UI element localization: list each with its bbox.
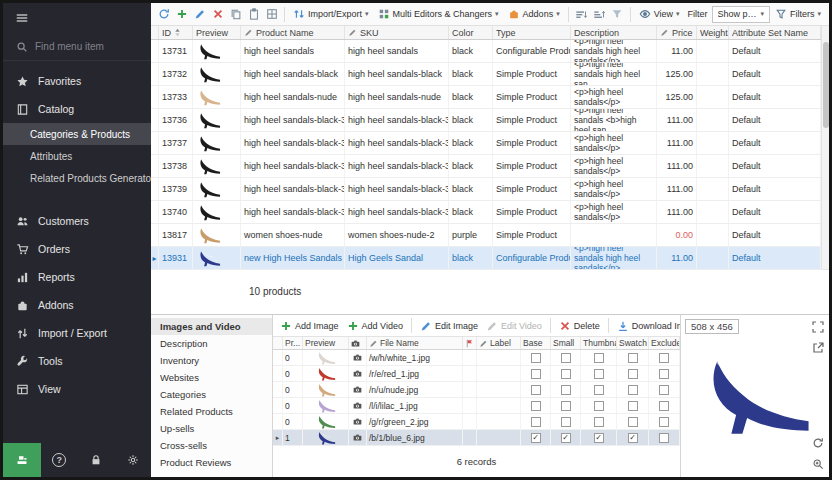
sidebar-item-addons[interactable]: Addons — [3, 291, 151, 319]
category-filter-select[interactable]: Show products from selected categories▾ — [712, 6, 770, 23]
thumbnail-checkbox[interactable] — [594, 353, 604, 363]
column-header-small[interactable]: Small — [551, 337, 581, 349]
base-checkbox[interactable] — [531, 385, 541, 395]
swatch-checkbox[interactable] — [628, 385, 638, 395]
column-header-base[interactable]: Base — [521, 337, 551, 349]
base-checkbox[interactable] — [531, 369, 541, 379]
image-row[interactable]: 0/l/i/lilac_1.jpg — [273, 398, 680, 414]
small-checkbox[interactable] — [561, 369, 571, 379]
swatch-checkbox[interactable]: ✓ — [628, 433, 638, 443]
thumbnail-checkbox[interactable] — [594, 369, 604, 379]
sidebar-item-catalog[interactable]: Catalog — [3, 95, 151, 123]
product-image-preview[interactable] — [681, 315, 829, 477]
rotate-image-button[interactable] — [810, 435, 826, 451]
column-header-price[interactable]: Price — [657, 26, 697, 39]
swatch-checkbox[interactable] — [628, 417, 638, 427]
exclude-checkbox[interactable] — [659, 385, 669, 395]
exclude-checkbox[interactable] — [659, 433, 669, 443]
tab-product-reviews[interactable]: Product Reviews — [151, 454, 272, 471]
grid-options-button[interactable] — [263, 5, 280, 24]
edit-button[interactable] — [191, 5, 208, 24]
tab-description[interactable]: Description — [151, 335, 272, 352]
delete-button[interactable] — [209, 5, 226, 24]
tab-categories[interactable]: Categories — [151, 386, 272, 403]
product-row[interactable]: 13738high heel sandals-black-37high heel… — [151, 155, 821, 178]
image-row[interactable]: 0/g/r/green_2.jpg — [273, 414, 680, 430]
product-row[interactable]: 13733high heel sandals-nudehigh heel san… — [151, 86, 821, 109]
thumbnail-checkbox[interactable] — [594, 401, 604, 411]
grid-scrollbar[interactable] — [821, 26, 829, 269]
base-checkbox[interactable] — [531, 401, 541, 411]
column-header-weight[interactable]: Weight — [697, 26, 729, 39]
small-checkbox[interactable]: ✓ — [561, 433, 571, 443]
paste-button[interactable] — [245, 5, 262, 24]
image-row[interactable]: ▸1/b/1/blue_6.jpg✓✓✓✓ — [273, 430, 680, 446]
product-row[interactable]: ▸13931new High Heels SandalsHigh Geels S… — [151, 247, 821, 270]
sidebar-item-categories-products[interactable]: Categories & Products — [3, 123, 151, 145]
tab-cross-sells[interactable]: Cross-sells — [151, 437, 272, 454]
swatch-checkbox[interactable] — [628, 369, 638, 379]
edit-image-button[interactable]: Edit Image — [417, 320, 481, 332]
filters-button[interactable]: Filters▾ — [771, 5, 825, 24]
column-header-id[interactable]: ID — [159, 26, 193, 39]
small-checkbox[interactable] — [561, 401, 571, 411]
sidebar-item-attributes[interactable]: Attributes — [3, 145, 151, 167]
column-header-exclude[interactable]: Exclude — [649, 337, 680, 349]
image-row[interactable]: 0/r/e/red_1.jpg — [273, 366, 680, 382]
product-row[interactable]: 13732high heel sandals-blackhigh heel sa… — [151, 63, 821, 86]
small-checkbox[interactable] — [561, 417, 571, 427]
sort-desc-button[interactable] — [591, 5, 608, 24]
swatch-checkbox[interactable] — [628, 401, 638, 411]
settings-button[interactable] — [114, 443, 151, 477]
lock-button[interactable] — [78, 443, 115, 477]
image-row[interactable]: 0/w/h/white_1.jpg — [273, 350, 680, 366]
column-header-label[interactable]: Label — [477, 337, 521, 349]
tab-related-products[interactable]: Related Products — [151, 403, 272, 420]
sidebar-item-tools[interactable]: Tools — [3, 347, 151, 375]
tab-up-sells[interactable]: Up-sells — [151, 420, 272, 437]
zoom-image-button[interactable] — [810, 456, 826, 472]
sidebar-item-related-products-generator[interactable]: Related Products Generator — [3, 167, 151, 189]
column-header-camera[interactable] — [349, 337, 367, 349]
exclude-checkbox[interactable] — [659, 417, 669, 427]
column-header-pr[interactable]: Pr... — [283, 337, 303, 349]
exclude-checkbox[interactable] — [659, 353, 669, 363]
column-header-preview[interactable]: Preview — [193, 26, 241, 39]
add-image-button[interactable]: Add Image — [277, 320, 342, 332]
small-checkbox[interactable] — [561, 385, 571, 395]
delete-button[interactable]: Delete — [556, 320, 603, 332]
column-header-thumbna[interactable]: Thumbna — [581, 337, 617, 349]
column-header-flag[interactable] — [463, 337, 477, 349]
column-header-type[interactable]: Type — [493, 26, 571, 39]
column-header-file-name[interactable]: File Name — [367, 337, 463, 349]
base-checkbox[interactable] — [531, 353, 541, 363]
copy-button[interactable] — [227, 5, 244, 24]
menu-button[interactable] — [3, 3, 151, 33]
tab-images-and-video[interactable]: Images and Video — [151, 318, 272, 335]
base-checkbox[interactable] — [531, 417, 541, 427]
clear-sort-button[interactable] — [609, 5, 626, 24]
add-button[interactable] — [173, 5, 190, 24]
grid-scrollbar-thumb[interactable] — [823, 42, 829, 128]
small-checkbox[interactable] — [561, 353, 571, 363]
refresh-button[interactable] — [155, 5, 172, 24]
product-row[interactable]: 13739high heel sandals-black-37high heel… — [151, 178, 821, 201]
exclude-checkbox[interactable] — [659, 369, 669, 379]
sidebar-item-customers[interactable]: Customers — [3, 207, 151, 235]
column-header-attribute-set-name[interactable]: Attribute Set Name — [729, 26, 821, 39]
thumbnail-checkbox[interactable] — [594, 417, 604, 427]
sidebar-item-reports[interactable]: Reports — [3, 263, 151, 291]
base-checkbox[interactable]: ✓ — [531, 433, 541, 443]
download-image-button[interactable]: Download Image — [614, 320, 680, 332]
column-header-color[interactable]: Color — [449, 26, 493, 39]
tab-websites[interactable]: Websites — [151, 369, 272, 386]
addons-dropdown[interactable]: Addons▾ — [504, 5, 564, 24]
sidebar-item-import-export[interactable]: Import / Export — [3, 319, 151, 347]
product-row[interactable]: 13740high heel sandals-black-38high heel… — [151, 201, 821, 224]
multi-editors-dropdown[interactable]: Multi Editors & Changers▾ — [374, 5, 503, 24]
sidebar-item-favorites[interactable]: Favorites — [3, 67, 151, 95]
column-header-description[interactable]: Description — [571, 26, 657, 39]
thumbnail-checkbox[interactable] — [594, 385, 604, 395]
view-dropdown[interactable]: View▾ — [635, 5, 684, 24]
tab-inventory[interactable]: Inventory — [151, 352, 272, 369]
